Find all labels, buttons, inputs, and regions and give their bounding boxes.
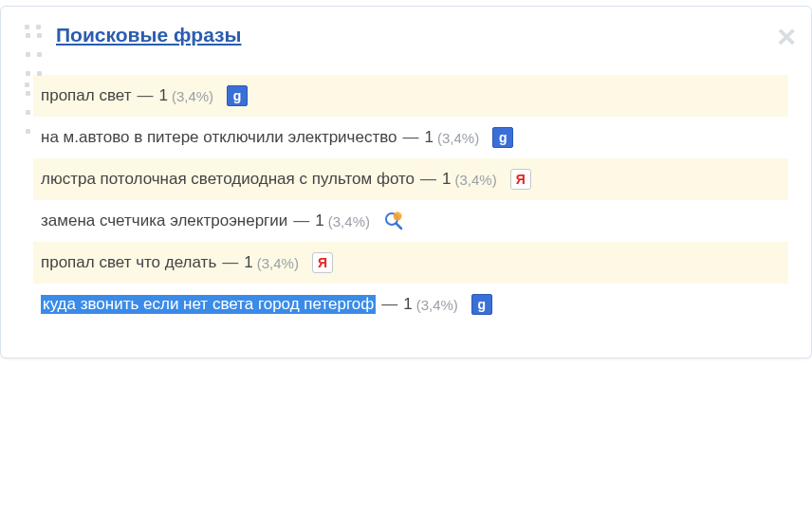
count: 1 <box>315 211 323 230</box>
percent: (3,4%) <box>437 130 479 146</box>
count: 1 <box>442 170 451 189</box>
phrase-text: на м.автово в питере отключили электриче… <box>41 128 397 147</box>
count: 1 <box>425 128 434 147</box>
phrase-text-highlighted: куда звонить если нет света город петерг… <box>41 295 376 314</box>
svg-point-2 <box>393 212 401 221</box>
phrase-text: люстра потолочная светодиодная с пультом… <box>41 170 415 189</box>
search-icon <box>383 211 404 231</box>
percent: (3,4%) <box>257 255 299 271</box>
dash: — <box>403 128 419 147</box>
list-item[interactable]: пропал свет — 1 (3,4%) g <box>33 75 788 117</box>
list-item[interactable]: пропал свет что делать — 1 (3,4%) Я <box>33 242 788 284</box>
list-item[interactable]: люстра потолочная светодиодная с пультом… <box>33 158 788 200</box>
dash: — <box>381 295 397 314</box>
list-item[interactable]: на м.автово в питере отключили электриче… <box>33 117 788 158</box>
count: 1 <box>158 86 167 105</box>
close-button[interactable]: × <box>777 20 796 52</box>
dash: — <box>293 211 309 230</box>
google-icon: g <box>471 294 492 315</box>
panel-header: Поисковые фразы <box>24 24 788 46</box>
list-item[interactable]: замена счетчика электроэнергии — 1 (3,4%… <box>33 200 788 242</box>
dash: — <box>420 170 436 189</box>
percent: (3,4%) <box>328 213 370 229</box>
svg-line-1 <box>396 224 401 229</box>
list-item[interactable]: куда звонить если нет света город петерг… <box>33 284 788 325</box>
count: 1 <box>403 295 412 314</box>
dash: — <box>222 253 238 272</box>
google-icon: g <box>227 85 248 106</box>
percent: (3,4%) <box>455 172 497 188</box>
phrase-text: замена счетчика электроэнергии <box>41 211 287 230</box>
yandex-icon: Я <box>510 169 531 190</box>
yandex-icon: Я <box>312 252 333 273</box>
phrase-list: пропал свет — 1 (3,4%) g на м.автово в п… <box>33 75 788 325</box>
drag-handle-icon[interactable] <box>24 24 46 46</box>
phrase-text: пропал свет что делать <box>41 253 216 272</box>
phrase-text: пропал свет <box>41 86 131 105</box>
search-phrases-panel: × Поисковые фразы пропал свет — 1 (3,4%)… <box>0 6 812 358</box>
percent: (3,4%) <box>416 297 458 313</box>
panel-title-link[interactable]: Поисковые фразы <box>56 24 241 46</box>
google-icon: g <box>492 127 513 148</box>
dash: — <box>137 86 153 105</box>
count: 1 <box>244 253 252 272</box>
percent: (3,4%) <box>172 88 213 104</box>
